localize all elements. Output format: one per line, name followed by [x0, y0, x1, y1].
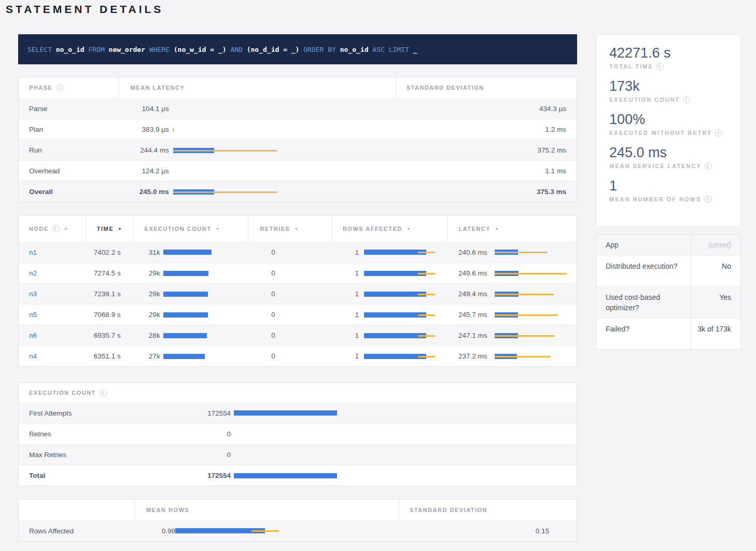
rows-affected-cell: 1	[332, 263, 447, 283]
execution-count-value: 29k	[134, 305, 160, 325]
info-icon[interactable]: i	[705, 162, 712, 170]
mean-rows-bar	[175, 528, 284, 534]
time-column-header[interactable]: TIME ▼	[86, 216, 134, 242]
node-cell: n4	[19, 346, 86, 366]
rows-affected-column-header[interactable]: ROWS AFFECTED ▼	[332, 216, 447, 242]
node-link[interactable]: n3	[29, 290, 37, 298]
rows-affected-row: Rows Affected 0.98 0.15	[19, 520, 577, 541]
info-icon[interactable]: i	[715, 129, 722, 136]
rows-affected-value: 1	[332, 346, 359, 366]
rows-affected-bar	[364, 249, 439, 255]
node-link[interactable]: n6	[29, 332, 37, 339]
bar-stddev	[173, 150, 277, 151]
execution-count-value: 27k	[134, 346, 160, 366]
summary-stat-label: TOTAL TIMEi	[609, 63, 740, 70]
latency-bar	[495, 249, 570, 255]
summary-stat-value: 42271.6 s	[609, 45, 740, 61]
info-icon[interactable]: i	[52, 225, 60, 232]
phase-label: Parse	[19, 98, 119, 119]
execution-count-row: Retries0	[19, 423, 577, 444]
statement-info-table: App(unset)Distributed execution?NoUsed c…	[596, 234, 741, 350]
node-link[interactable]: n4	[29, 352, 37, 360]
execution-count-cell: 29k	[134, 284, 248, 304]
latency-bar	[173, 147, 279, 154]
latency-value: 245.7 ms	[447, 305, 487, 325]
execution-count-column-header[interactable]: EXECUTION COUNT ▼	[134, 216, 248, 242]
info-row-label: Distributed execution?	[596, 256, 691, 286]
summary-stat-label-text: MEAN SERVICE LATENCY	[609, 163, 702, 169]
time-value: 6935.7 s	[86, 325, 134, 346]
bar-stddev	[418, 335, 435, 337]
execution-count-bar	[163, 270, 241, 277]
mean-latency-cell: 104.1 µs	[119, 98, 396, 119]
sql-identifier: _	[409, 46, 417, 53]
info-row: Used cost-based optimizer?Yes	[596, 286, 740, 318]
bar-mean	[234, 410, 337, 416]
rows-std-dev-value: 0.15	[399, 520, 559, 541]
retries-value: 0	[248, 305, 332, 325]
retries-column-header[interactable]: RETRIES ▼	[248, 216, 332, 242]
sort-arrow-icon[interactable]: ▼	[64, 227, 68, 231]
execution-count-bar	[163, 312, 241, 318]
retries-header-label: RETRIES	[260, 226, 290, 232]
execution-count-bar	[163, 353, 241, 360]
node-row: n17402.2 s31k01240.6 ms	[19, 242, 577, 263]
retries-value: 0	[248, 346, 332, 366]
phase-label: Plan	[19, 119, 119, 140]
info-icon[interactable]: i	[704, 196, 711, 203]
phase-row: Overall245.0 ms375.3 ms	[19, 181, 577, 202]
info-icon[interactable]: i	[56, 84, 63, 91]
latency-cell: 245.7 ms	[447, 305, 577, 325]
execution-count-row-value-cell: 172554	[186, 403, 343, 423]
time-value: 6351.1 s	[86, 346, 134, 366]
info-row-value: Yes	[691, 287, 740, 318]
bar-mean	[364, 354, 426, 359]
rows-affected-bar	[364, 270, 439, 277]
summary-stat-value: 245.0 ms	[609, 145, 740, 161]
node-link[interactable]: n1	[29, 249, 37, 256]
execution-count-table-title: EXECUTION COUNT	[29, 390, 96, 396]
info-icon[interactable]: i	[656, 63, 664, 70]
std-dev-value: 1.1 ms	[396, 161, 577, 181]
info-row-value: 3k of 173k	[691, 319, 740, 349]
phase-label: Run	[19, 140, 119, 160]
phase-header-label: PHASE	[29, 85, 52, 91]
node-link[interactable]: n2	[29, 269, 37, 277]
sql-identifier: new_order	[105, 46, 149, 53]
std-dev-value: 375.2 ms	[396, 140, 577, 160]
bar-stddev	[251, 530, 279, 532]
bar-mean	[163, 292, 208, 297]
info-icon[interactable]: i	[100, 389, 107, 396]
bar-mean	[364, 312, 426, 318]
mean-latency-value: 104.1 µs	[119, 98, 169, 119]
sort-arrow-icon[interactable]: ▼	[495, 227, 499, 231]
bar-mean	[163, 333, 207, 338]
execution-count-value: 31k	[134, 242, 160, 263]
node-cell: n5	[19, 305, 86, 325]
bar-stddev	[495, 356, 551, 357]
mean-latency-value: 244.4 ms	[119, 140, 169, 160]
execution-count-cell: 28k	[134, 325, 248, 346]
sort-arrow-icon[interactable]: ▼	[215, 227, 220, 231]
std-dev-value: 434.3 µs	[396, 98, 577, 119]
info-row-value: No	[691, 256, 740, 286]
execution-count-row-label: Retries	[19, 424, 186, 444]
sort-arrow-icon[interactable]: ▼	[407, 227, 411, 231]
sort-arrow-icon[interactable]: ▼	[294, 227, 299, 231]
rows-affected-cell: 1	[332, 346, 447, 366]
execution-count-row-value: 0	[186, 445, 231, 465]
sort-arrow-icon[interactable]: ▼	[118, 227, 122, 231]
latency-column-header[interactable]: LATENCY ▼	[447, 216, 577, 242]
execution-count-bar	[234, 431, 343, 437]
rows-affected-cell: 1	[332, 305, 447, 325]
latency-bar	[495, 270, 570, 277]
summary-stats-card: 42271.6 sTOTAL TIMEi173kEXECUTION COUNTi…	[596, 34, 741, 227]
latency-cell: 237.2 ms	[447, 346, 577, 366]
node-cell: n6	[19, 325, 86, 346]
node-column-header[interactable]: NODE i ▼	[19, 216, 86, 242]
execution-count-table: EXECUTION COUNT i First Attempts172554Re…	[18, 382, 577, 486]
info-icon[interactable]: i	[683, 96, 690, 103]
sql-keyword: SELECT	[27, 46, 52, 53]
node-link[interactable]: n5	[29, 311, 37, 319]
summary-stat-label-text: TOTAL TIME	[609, 63, 653, 70]
